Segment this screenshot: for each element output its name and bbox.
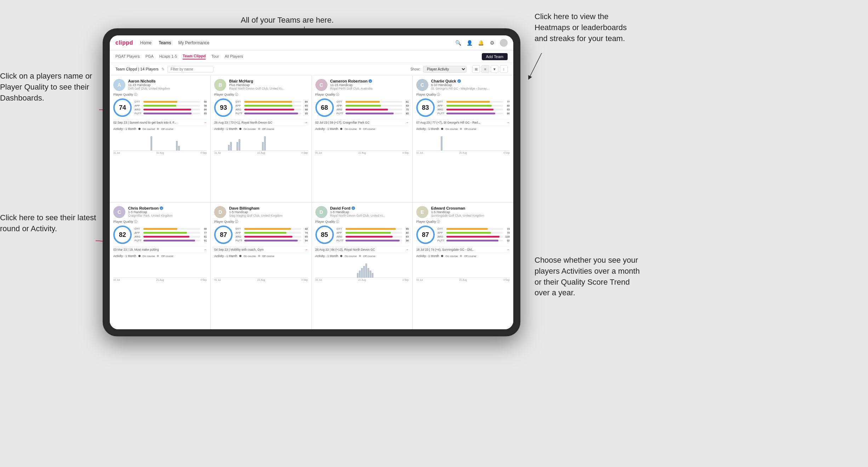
stat-bar-row: OTT 60 xyxy=(135,100,207,103)
user-icon[interactable]: 👤 xyxy=(466,39,473,46)
pq-circle[interactable]: 93 xyxy=(214,98,233,117)
player-avatar[interactable]: E xyxy=(416,206,428,218)
subnav-pgat[interactable]: PGAT Players xyxy=(115,54,140,59)
nav-teams[interactable]: Teams xyxy=(159,40,171,45)
player-avatar[interactable]: D xyxy=(214,206,226,218)
stat-bar-track xyxy=(346,240,402,241)
stat-label: ARG xyxy=(337,235,344,238)
latest-round[interactable]: 26 Aug 23 | 84 (+12), Royal North Devon … xyxy=(315,246,409,253)
player-info: Cameron Robertson ✓ 11-15 Handicap Royal… xyxy=(330,79,409,90)
pq-circle[interactable]: 82 xyxy=(113,226,132,244)
latest-round[interactable]: 03 Mar 23 | 19, Must make putting → xyxy=(113,246,207,253)
stat-label: OTT xyxy=(438,100,445,103)
player-name[interactable]: Aaron Nicholls xyxy=(128,79,207,83)
filter-input[interactable] xyxy=(167,66,213,73)
oncourse-dot xyxy=(340,255,342,257)
pq-circle[interactable]: 87 xyxy=(416,226,435,244)
pq-label: Player Quality ⓘ xyxy=(113,92,207,97)
stat-bar-fill xyxy=(346,228,396,230)
bell-icon[interactable]: 🔔 xyxy=(477,39,484,46)
ipad-screen: clippd Home Teams My Performance 🔍 👤 🔔 ⚙… xyxy=(110,35,513,329)
activity-title: Activity · 1 Month xyxy=(214,127,237,131)
sort-btn[interactable]: ↕ xyxy=(500,65,508,73)
latest-round[interactable]: 26 Aug 23 | 73 (+1), Royal North Devon G… xyxy=(214,119,308,126)
chart-area xyxy=(416,258,510,278)
pq-circle[interactable]: 83 xyxy=(416,98,435,117)
player-club: Stag Maging Golf Club, United Kingdom xyxy=(229,214,308,217)
player-avatar[interactable]: C xyxy=(315,79,327,91)
pq-label: Player Quality ⓘ xyxy=(416,92,510,97)
latest-round[interactable]: 18 Jul 23 | 74 (+4), Sunningdale GC - Ol… xyxy=(416,246,510,253)
subnav-pga[interactable]: PGA xyxy=(145,54,154,59)
stat-bar-row: ARG 83 xyxy=(438,108,510,111)
latest-round[interactable]: 04 Sep 23 | Mobility with coach, Gym → xyxy=(214,246,308,253)
player-avatar[interactable]: A xyxy=(113,79,125,91)
stat-bar-fill xyxy=(446,113,495,114)
player-name[interactable]: Dave Billingham xyxy=(229,206,308,210)
stat-bar-track xyxy=(446,109,503,110)
player-header: A Aaron Nicholls 11-15 Handicap Drift Go… xyxy=(113,79,207,91)
date-mid: 21 Aug xyxy=(257,279,265,281)
player-name[interactable]: Cameron Robertson ✓ xyxy=(330,79,409,83)
show-label: Show: xyxy=(410,67,420,71)
subnav-team-clippd[interactable]: Team Clippd xyxy=(183,54,206,59)
pq-circle[interactable]: 85 xyxy=(315,226,334,244)
player-info: Dave Billingham 1-5 Handicap Stag Maging… xyxy=(229,206,308,217)
avatar[interactable] xyxy=(500,39,508,47)
stat-bar-track xyxy=(446,105,503,107)
player-name[interactable]: Charlie Quick ✓ xyxy=(431,79,510,83)
player-name[interactable]: Chris Robertson ✓ xyxy=(128,206,207,210)
team-header-edit-icon[interactable]: ✎ xyxy=(161,67,165,72)
add-team-button[interactable]: Add Team xyxy=(482,53,508,60)
subnav-hcaps[interactable]: Hcaps 1-5 xyxy=(159,54,177,59)
player-name[interactable]: Blair McHarg xyxy=(229,79,308,83)
subnav-all-players[interactable]: All Players xyxy=(225,54,243,59)
nav-home[interactable]: Home xyxy=(140,40,152,45)
player-avatar[interactable]: C xyxy=(113,206,125,218)
stat-bar-track xyxy=(446,101,503,103)
activity-bar xyxy=(236,142,238,150)
pq-label: Player Quality ⓘ xyxy=(214,220,308,224)
pq-circle[interactable]: 68 xyxy=(315,98,334,117)
verified-badge: ✓ xyxy=(160,206,163,210)
nav-performance[interactable]: My Performance xyxy=(178,40,209,45)
chart-bars xyxy=(321,258,409,278)
date-end: 4 Sep xyxy=(200,152,207,154)
show-select[interactable]: Player Activity Quality Score Trend xyxy=(423,66,467,73)
latest-round[interactable]: 07 Aug 23 | 77 (+7), St George's Hill GC… xyxy=(416,119,510,126)
latest-round[interactable]: 02 Jul 23 | 59 (+17), Craigmillar Park G… xyxy=(315,119,409,126)
activity-section: Activity · 1 Month On course Off course … xyxy=(113,127,207,199)
player-avatar[interactable]: C xyxy=(416,79,428,91)
grid-view-btn[interactable]: ⊞ xyxy=(472,65,480,73)
latest-round[interactable]: 02 Sep 23 | Sunset round to get back int… xyxy=(113,119,207,126)
stat-bar-track xyxy=(446,228,503,230)
date-mid: 21 Aug xyxy=(459,152,467,154)
player-info: Edward Crossman 1-5 Handicap Sunningdale… xyxy=(431,206,510,217)
search-icon[interactable]: 🔍 xyxy=(455,39,462,46)
stat-bar-track xyxy=(143,113,200,114)
pq-circle[interactable]: 74 xyxy=(113,98,132,117)
subnav-tour[interactable]: Tour xyxy=(211,54,219,59)
chart-area xyxy=(214,131,308,151)
stat-bar-track xyxy=(346,236,402,238)
stat-value: 75 xyxy=(403,108,409,111)
stat-bar-track xyxy=(143,101,200,103)
stat-bar-row: PUTT 95 xyxy=(235,112,308,115)
settings-icon[interactable]: ⚙ xyxy=(489,39,496,46)
player-handicap: 6-10 Handicap xyxy=(431,83,510,87)
stat-label: APP xyxy=(438,104,445,107)
chart-dates: 31 Jul 21 Aug 4 Sep xyxy=(416,152,510,154)
annotation-top-right: Click here to view the Heatmaps or leade… xyxy=(535,11,634,44)
player-name[interactable]: Edward Crossman xyxy=(431,206,510,210)
latest-round-arrow: → xyxy=(506,120,510,124)
player-avatar[interactable]: D xyxy=(315,206,327,218)
verified-badge: ✓ xyxy=(352,206,355,210)
stat-bar-track xyxy=(244,240,301,241)
table-view-btn[interactable]: ≡ xyxy=(481,65,489,73)
player-handicap: 1-5 Handicap xyxy=(128,210,207,214)
player-avatar[interactable]: B xyxy=(214,79,226,91)
filter-btn[interactable]: ▼ xyxy=(491,65,498,73)
chart-dates: 31 Jul 21 Aug 4 Sep xyxy=(113,279,207,281)
player-name[interactable]: David Ford ✓ xyxy=(330,206,409,210)
pq-circle[interactable]: 87 xyxy=(214,226,233,244)
